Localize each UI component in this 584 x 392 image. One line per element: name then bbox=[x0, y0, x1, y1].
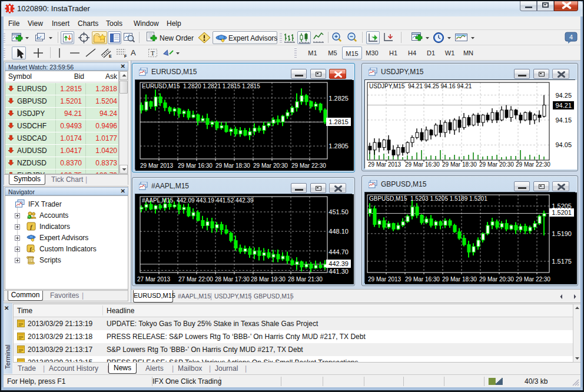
svg-text:EURUSD,M15 1.2820 1.2821 1.28: EURUSD,M15 1.2820 1.2821 1.2815 1.2815 bbox=[142, 83, 260, 89]
svg-text:4: 4 bbox=[569, 34, 573, 41]
svg-text:GBPUSD,M15 1.5203 1.5205 1.51: GBPUSD,M15 1.5203 1.5205 1.5189 1.5201 bbox=[369, 195, 487, 202]
svg-text:T: T bbox=[151, 49, 155, 57]
svg-text:F: F bbox=[124, 54, 127, 58]
svg-text:E: E bbox=[109, 54, 112, 58]
svg-text:USDJPY,M15 94.21 94.25 94.16: USDJPY,M15 94.21 94.25 94.16 94.21 bbox=[369, 83, 472, 89]
svg-text:#AAPL,M15 442.09 443.19 441.5: #AAPL,M15 442.09 443.19 441.52 442.39 bbox=[142, 197, 254, 204]
